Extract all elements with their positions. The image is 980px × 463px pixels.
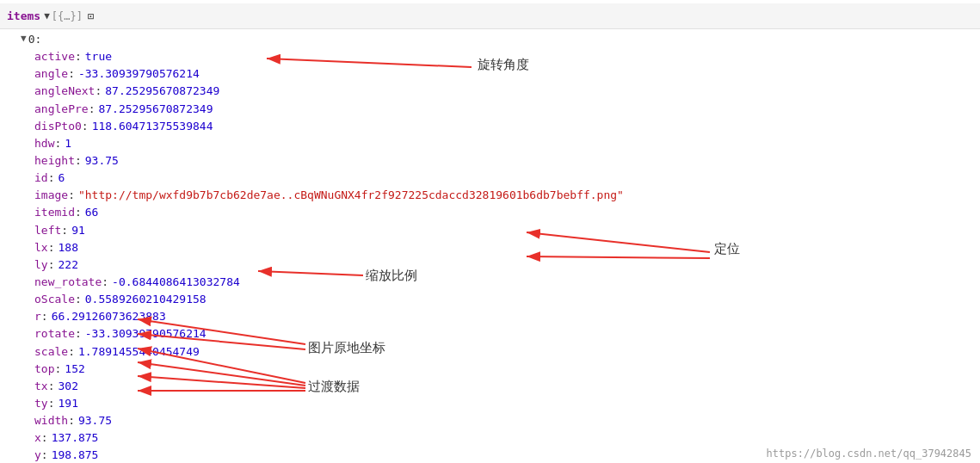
row-image: image:"http://tmp/wxfd9b7b7cb62de7ae..cB… [0,187,980,204]
row-new-rotate: new_rotate:-0.6844086413032784 [0,274,980,291]
header-row: items ▼ [{…}] ⊡ [0,3,980,29]
row-ty: ty:191 [0,395,980,412]
content-area: ▼ 0: active:true angle:-33.3093979057621… [0,29,980,463]
row-scale: scale:1.7891455440454749 [0,343,980,361]
bottom-bar: https://blog.csdn.net/qq_37942845 [758,444,980,463]
toggle-arrow[interactable]: ▼ [44,10,50,22]
index-0-arrow[interactable]: ▼ [21,31,27,46]
row-width: width:93.75 [0,412,980,429]
row-tx: tx:302 [0,378,980,395]
index-0-label: 0: [28,31,42,48]
row-r: r:66.29126073623883 [0,308,980,325]
row-ly: ly:222 [0,256,980,274]
row-lx: lx:188 [0,239,980,256]
row-rotate: rotate:-33.30939790576214 [0,325,980,343]
console-panel: items ▼ [{…}] ⊡ ▼ 0: active:true angle:-… [0,0,980,463]
row-angleNext: angleNext:87.25295670872349 [0,83,980,100]
ann-origin-text: 图片原地坐标 [308,340,385,356]
row-anglePre: anglePre:87.25295670872349 [0,101,980,118]
row-itemid: itemid:66 [0,204,980,221]
ann-position-text: 定位 [714,241,740,257]
items-label: items [7,9,40,22]
ann-rotate-text: 旋转角度 [478,57,529,73]
row-left: left:91 [0,222,980,239]
row-height: height:93.75 [0,152,980,170]
type-hint: [{…}] [52,10,83,22]
ann-scale-text: 缩放比例 [366,268,417,284]
expand-icon: ⊡ [88,10,94,22]
index-0-row: ▼ 0: [0,31,980,48]
blog-url: https://blog.csdn.net/qq_37942845 [767,448,971,460]
row-hdw: hdw:1 [0,135,980,152]
row-id: id:6 [0,170,980,187]
ann-transition-text: 过渡数据 [308,379,360,395]
row-top: top:152 [0,361,980,378]
row-disPto0: disPto0:118.60471375539844 [0,118,980,135]
row-oScale: oScale:0.5589260210429158 [0,291,980,308]
